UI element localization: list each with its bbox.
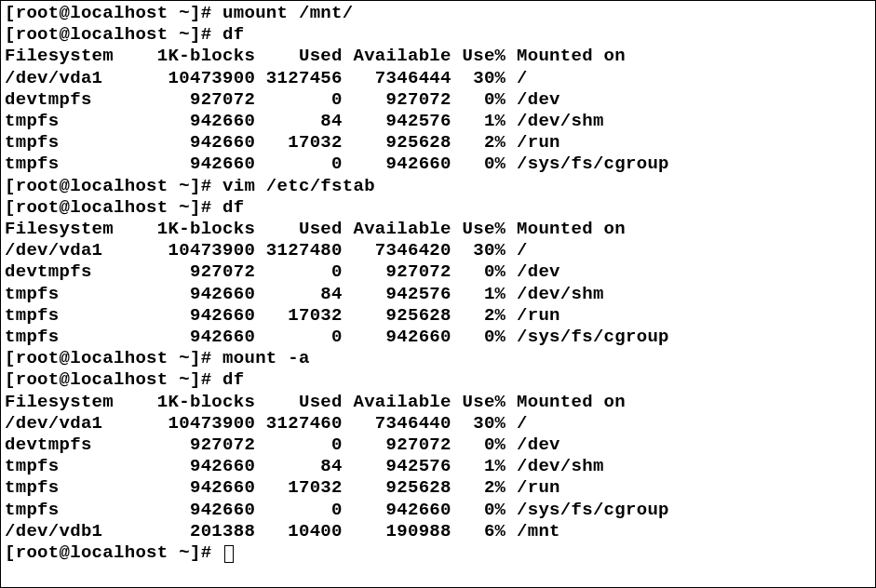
cursor: [224, 545, 234, 563]
terminal-output[interactable]: [root@localhost ~]# umount /mnt/ [root@l…: [0, 0, 876, 588]
